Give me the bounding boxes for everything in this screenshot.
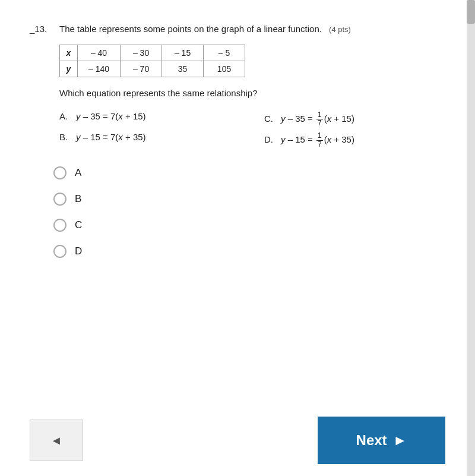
x-val-3: – 15 bbox=[162, 45, 204, 61]
back-icon: ◄ bbox=[50, 434, 62, 447]
y-val-3: 35 bbox=[162, 61, 204, 77]
x-val-1: – 40 bbox=[78, 45, 121, 61]
choice-b-letter: B. bbox=[59, 132, 71, 142]
radio-option-b[interactable]: B bbox=[53, 193, 445, 206]
next-icon: ► bbox=[393, 432, 407, 449]
choice-c: C. y – 35 = 17(x + 15) bbox=[264, 111, 445, 127]
data-table-wrapper: x – 40 – 30 – 15 – 5 y – 140 – 70 35 105 bbox=[59, 45, 445, 77]
choice-d-formula: y – 15 = 17(x + 35) bbox=[281, 132, 354, 148]
choice-d: D. y – 15 = 17(x + 35) bbox=[264, 132, 445, 148]
choice-d-letter: D. bbox=[264, 134, 276, 144]
sub-question-text: Which equation represents the same relat… bbox=[59, 88, 445, 98]
choice-b-formula: y – 15 = 7(x + 35) bbox=[76, 132, 146, 142]
next-label: Next bbox=[356, 432, 387, 449]
y-label: y bbox=[60, 61, 78, 77]
points-label: (4 pts) bbox=[329, 25, 351, 34]
radio-option-a[interactable]: A bbox=[53, 166, 445, 179]
choice-a: A. y – 35 = 7(x + 15) bbox=[59, 111, 240, 127]
choice-c-letter: C. bbox=[264, 114, 276, 124]
radio-label-b: B bbox=[75, 193, 81, 205]
x-label: x bbox=[60, 45, 78, 61]
question-text: The table represents some points on the … bbox=[59, 24, 445, 34]
radio-circle-d[interactable] bbox=[53, 245, 66, 258]
data-table: x – 40 – 30 – 15 – 5 y – 140 – 70 35 105 bbox=[59, 45, 245, 77]
radio-option-d[interactable]: D bbox=[53, 245, 445, 258]
radio-circle-a[interactable] bbox=[53, 166, 66, 179]
choice-b: B. y – 15 = 7(x + 35) bbox=[59, 132, 240, 148]
next-button[interactable]: Next ► bbox=[318, 417, 445, 464]
y-val-1: – 140 bbox=[78, 61, 121, 77]
scroll-thumb bbox=[467, 0, 475, 24]
radio-options-group: A B C D bbox=[53, 166, 445, 258]
radio-label-a: A bbox=[75, 167, 81, 179]
radio-circle-b[interactable] bbox=[53, 193, 66, 206]
radio-circle-c[interactable] bbox=[53, 219, 66, 232]
choice-a-letter: A. bbox=[59, 111, 71, 121]
x-val-2: – 30 bbox=[121, 45, 162, 61]
choice-c-formula: y – 35 = 17(x + 15) bbox=[281, 111, 354, 127]
choice-a-formula: y – 35 = 7(x + 15) bbox=[76, 111, 146, 121]
question-number: _13. bbox=[30, 24, 53, 34]
y-val-2: – 70 bbox=[121, 61, 162, 77]
radio-option-c[interactable]: C bbox=[53, 219, 445, 232]
answer-choices: A. y – 35 = 7(x + 15) C. y – 35 = 17(x +… bbox=[59, 111, 445, 149]
bottom-navigation: ◄ Next ► bbox=[0, 405, 475, 476]
y-val-4: 105 bbox=[204, 61, 245, 77]
radio-label-c: C bbox=[75, 219, 82, 231]
back-button[interactable]: ◄ bbox=[30, 420, 83, 461]
radio-label-d: D bbox=[75, 245, 82, 257]
x-val-4: – 5 bbox=[204, 45, 245, 61]
